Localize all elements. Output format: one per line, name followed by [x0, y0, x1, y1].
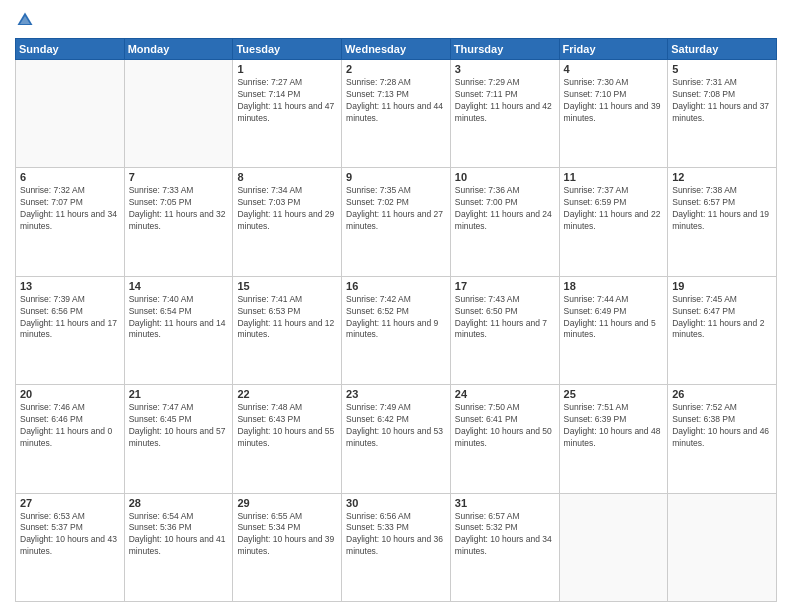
calendar-cell [124, 60, 233, 168]
day-info: Sunrise: 7:50 AMSunset: 6:41 PMDaylight:… [455, 402, 555, 450]
calendar-header-row: SundayMondayTuesdayWednesdayThursdayFrid… [16, 39, 777, 60]
day-info: Sunrise: 7:29 AMSunset: 7:11 PMDaylight:… [455, 77, 555, 125]
day-number: 26 [672, 388, 772, 400]
calendar-week-row: 1Sunrise: 7:27 AMSunset: 7:14 PMDaylight… [16, 60, 777, 168]
calendar-cell: 21Sunrise: 7:47 AMSunset: 6:45 PMDayligh… [124, 385, 233, 493]
day-number: 17 [455, 280, 555, 292]
calendar-cell: 16Sunrise: 7:42 AMSunset: 6:52 PMDayligh… [342, 276, 451, 384]
day-number: 22 [237, 388, 337, 400]
day-number: 23 [346, 388, 446, 400]
day-number: 25 [564, 388, 664, 400]
day-header-tuesday: Tuesday [233, 39, 342, 60]
calendar-cell: 11Sunrise: 7:37 AMSunset: 6:59 PMDayligh… [559, 168, 668, 276]
day-number: 7 [129, 171, 229, 183]
calendar-cell [16, 60, 125, 168]
day-info: Sunrise: 7:43 AMSunset: 6:50 PMDaylight:… [455, 294, 555, 342]
calendar-cell: 1Sunrise: 7:27 AMSunset: 7:14 PMDaylight… [233, 60, 342, 168]
calendar-cell: 31Sunrise: 6:57 AMSunset: 5:32 PMDayligh… [450, 493, 559, 601]
day-header-saturday: Saturday [668, 39, 777, 60]
calendar-cell: 27Sunrise: 6:53 AMSunset: 5:37 PMDayligh… [16, 493, 125, 601]
day-info: Sunrise: 6:57 AMSunset: 5:32 PMDaylight:… [455, 511, 555, 559]
calendar-cell: 2Sunrise: 7:28 AMSunset: 7:13 PMDaylight… [342, 60, 451, 168]
calendar-cell: 7Sunrise: 7:33 AMSunset: 7:05 PMDaylight… [124, 168, 233, 276]
day-number: 24 [455, 388, 555, 400]
calendar-cell: 29Sunrise: 6:55 AMSunset: 5:34 PMDayligh… [233, 493, 342, 601]
calendar-cell: 17Sunrise: 7:43 AMSunset: 6:50 PMDayligh… [450, 276, 559, 384]
calendar-cell: 30Sunrise: 6:56 AMSunset: 5:33 PMDayligh… [342, 493, 451, 601]
calendar-week-row: 20Sunrise: 7:46 AMSunset: 6:46 PMDayligh… [16, 385, 777, 493]
day-info: Sunrise: 7:38 AMSunset: 6:57 PMDaylight:… [672, 185, 772, 233]
day-number: 10 [455, 171, 555, 183]
header [15, 10, 777, 30]
calendar-week-row: 6Sunrise: 7:32 AMSunset: 7:07 PMDaylight… [16, 168, 777, 276]
day-number: 14 [129, 280, 229, 292]
day-number: 31 [455, 497, 555, 509]
day-number: 4 [564, 63, 664, 75]
day-number: 12 [672, 171, 772, 183]
calendar-cell: 8Sunrise: 7:34 AMSunset: 7:03 PMDaylight… [233, 168, 342, 276]
day-number: 27 [20, 497, 120, 509]
day-info: Sunrise: 6:56 AMSunset: 5:33 PMDaylight:… [346, 511, 446, 559]
day-number: 28 [129, 497, 229, 509]
day-number: 5 [672, 63, 772, 75]
day-info: Sunrise: 7:45 AMSunset: 6:47 PMDaylight:… [672, 294, 772, 342]
day-number: 16 [346, 280, 446, 292]
calendar-cell: 3Sunrise: 7:29 AMSunset: 7:11 PMDaylight… [450, 60, 559, 168]
day-info: Sunrise: 7:27 AMSunset: 7:14 PMDaylight:… [237, 77, 337, 125]
day-info: Sunrise: 7:36 AMSunset: 7:00 PMDaylight:… [455, 185, 555, 233]
day-info: Sunrise: 7:35 AMSunset: 7:02 PMDaylight:… [346, 185, 446, 233]
day-header-friday: Friday [559, 39, 668, 60]
calendar-week-row: 13Sunrise: 7:39 AMSunset: 6:56 PMDayligh… [16, 276, 777, 384]
calendar-cell: 18Sunrise: 7:44 AMSunset: 6:49 PMDayligh… [559, 276, 668, 384]
day-info: Sunrise: 6:53 AMSunset: 5:37 PMDaylight:… [20, 511, 120, 559]
day-info: Sunrise: 7:33 AMSunset: 7:05 PMDaylight:… [129, 185, 229, 233]
calendar-table: SundayMondayTuesdayWednesdayThursdayFrid… [15, 38, 777, 602]
day-number: 15 [237, 280, 337, 292]
day-info: Sunrise: 6:55 AMSunset: 5:34 PMDaylight:… [237, 511, 337, 559]
calendar-cell: 19Sunrise: 7:45 AMSunset: 6:47 PMDayligh… [668, 276, 777, 384]
day-info: Sunrise: 7:40 AMSunset: 6:54 PMDaylight:… [129, 294, 229, 342]
calendar-page: SundayMondayTuesdayWednesdayThursdayFrid… [0, 0, 792, 612]
day-info: Sunrise: 7:32 AMSunset: 7:07 PMDaylight:… [20, 185, 120, 233]
day-header-sunday: Sunday [16, 39, 125, 60]
day-number: 18 [564, 280, 664, 292]
day-number: 11 [564, 171, 664, 183]
calendar-cell: 14Sunrise: 7:40 AMSunset: 6:54 PMDayligh… [124, 276, 233, 384]
day-number: 3 [455, 63, 555, 75]
day-header-thursday: Thursday [450, 39, 559, 60]
logo [15, 10, 37, 30]
day-number: 21 [129, 388, 229, 400]
calendar-cell: 5Sunrise: 7:31 AMSunset: 7:08 PMDaylight… [668, 60, 777, 168]
day-info: Sunrise: 7:46 AMSunset: 6:46 PMDaylight:… [20, 402, 120, 450]
calendar-cell: 4Sunrise: 7:30 AMSunset: 7:10 PMDaylight… [559, 60, 668, 168]
day-info: Sunrise: 7:34 AMSunset: 7:03 PMDaylight:… [237, 185, 337, 233]
calendar-cell: 9Sunrise: 7:35 AMSunset: 7:02 PMDaylight… [342, 168, 451, 276]
day-info: Sunrise: 7:28 AMSunset: 7:13 PMDaylight:… [346, 77, 446, 125]
calendar-week-row: 27Sunrise: 6:53 AMSunset: 5:37 PMDayligh… [16, 493, 777, 601]
day-info: Sunrise: 6:54 AMSunset: 5:36 PMDaylight:… [129, 511, 229, 559]
day-header-wednesday: Wednesday [342, 39, 451, 60]
calendar-cell [668, 493, 777, 601]
day-info: Sunrise: 7:31 AMSunset: 7:08 PMDaylight:… [672, 77, 772, 125]
day-number: 13 [20, 280, 120, 292]
day-number: 30 [346, 497, 446, 509]
calendar-cell: 22Sunrise: 7:48 AMSunset: 6:43 PMDayligh… [233, 385, 342, 493]
calendar-cell: 20Sunrise: 7:46 AMSunset: 6:46 PMDayligh… [16, 385, 125, 493]
calendar-cell [559, 493, 668, 601]
day-number: 20 [20, 388, 120, 400]
day-info: Sunrise: 7:49 AMSunset: 6:42 PMDaylight:… [346, 402, 446, 450]
day-info: Sunrise: 7:44 AMSunset: 6:49 PMDaylight:… [564, 294, 664, 342]
day-number: 19 [672, 280, 772, 292]
day-number: 6 [20, 171, 120, 183]
day-info: Sunrise: 7:39 AMSunset: 6:56 PMDaylight:… [20, 294, 120, 342]
day-number: 29 [237, 497, 337, 509]
day-header-monday: Monday [124, 39, 233, 60]
day-info: Sunrise: 7:52 AMSunset: 6:38 PMDaylight:… [672, 402, 772, 450]
day-number: 9 [346, 171, 446, 183]
calendar-cell: 25Sunrise: 7:51 AMSunset: 6:39 PMDayligh… [559, 385, 668, 493]
day-number: 8 [237, 171, 337, 183]
logo-icon [15, 10, 35, 30]
calendar-cell: 15Sunrise: 7:41 AMSunset: 6:53 PMDayligh… [233, 276, 342, 384]
day-number: 1 [237, 63, 337, 75]
day-number: 2 [346, 63, 446, 75]
